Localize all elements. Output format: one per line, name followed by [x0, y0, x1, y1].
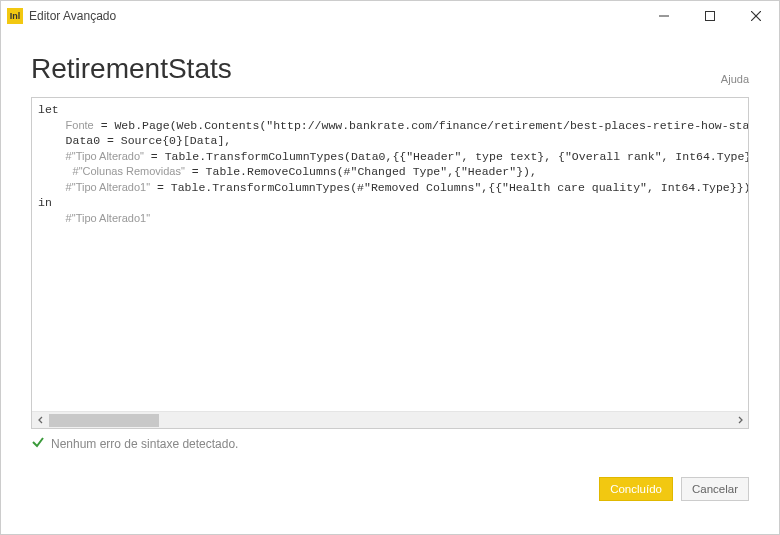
cancel-button[interactable]: Cancelar	[681, 477, 749, 501]
horizontal-scrollbar[interactable]	[32, 411, 748, 428]
step-name: Fonte	[66, 119, 94, 131]
step-name: #"Tipo Alterado1"	[66, 181, 150, 193]
step-name: #"Tipo Alterado1"	[66, 212, 150, 224]
status-bar: Nenhum erro de sintaxe detectado.	[1, 429, 779, 453]
scroll-right-icon[interactable]	[731, 412, 748, 429]
step-name: #"Colunas Removidas"	[73, 165, 185, 177]
scroll-track[interactable]	[49, 412, 731, 428]
titlebar: Inl Editor Avançado	[1, 1, 779, 31]
maximize-button[interactable]	[687, 1, 733, 31]
header: RetirementStats Ajuda	[1, 31, 779, 97]
done-button[interactable]: Concluído	[599, 477, 673, 501]
window-title: Editor Avançado	[29, 9, 116, 23]
footer-buttons: Concluído Cancelar	[1, 453, 779, 501]
step-name: #"Tipo Alterado"	[66, 150, 144, 162]
scroll-left-icon[interactable]	[32, 412, 49, 429]
page-title: RetirementStats	[31, 53, 232, 85]
help-link[interactable]: Ajuda	[721, 73, 749, 85]
code-editor[interactable]: let Fonte = Web.Page(Web.Contents("http:…	[32, 98, 748, 411]
code-editor-container: let Fonte = Web.Page(Web.Contents("http:…	[31, 97, 749, 429]
status-message: Nenhum erro de sintaxe detectado.	[51, 437, 238, 451]
minimize-button[interactable]	[641, 1, 687, 31]
close-button[interactable]	[733, 1, 779, 31]
svg-rect-1	[706, 12, 715, 21]
app-icon-text: Inl	[10, 11, 21, 21]
window-controls	[641, 1, 779, 31]
app-icon: Inl	[7, 8, 23, 24]
scroll-thumb[interactable]	[49, 414, 159, 427]
check-icon	[31, 435, 45, 453]
